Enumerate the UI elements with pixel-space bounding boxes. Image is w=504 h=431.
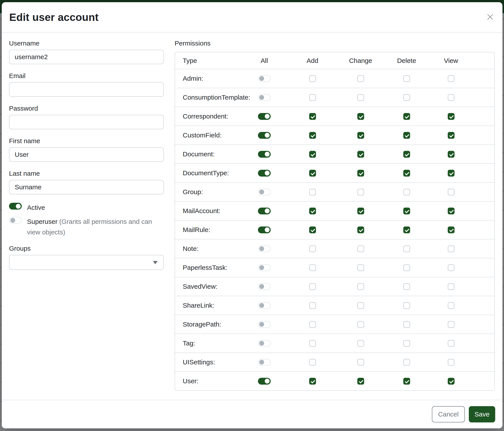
permission-delete-checkbox[interactable] bbox=[403, 207, 410, 214]
superuser-toggle[interactable] bbox=[9, 217, 22, 224]
edit-user-dialog: Edit user account Username Email bbox=[2, 2, 503, 428]
permission-delete-checkbox[interactable] bbox=[403, 340, 410, 347]
permission-add-checkbox[interactable] bbox=[309, 132, 316, 139]
permission-view-checkbox[interactable] bbox=[448, 226, 455, 233]
permission-add-checkbox[interactable] bbox=[309, 226, 316, 233]
active-toggle[interactable] bbox=[9, 203, 22, 210]
permission-all-toggle[interactable] bbox=[258, 226, 271, 233]
permission-change-checkbox[interactable] bbox=[357, 226, 364, 233]
permission-change-checkbox[interactable] bbox=[357, 321, 364, 328]
permission-view-checkbox[interactable] bbox=[448, 264, 455, 271]
permission-delete-checkbox[interactable] bbox=[403, 151, 410, 158]
permission-all-toggle[interactable] bbox=[258, 170, 271, 177]
permission-view-checkbox[interactable] bbox=[448, 170, 455, 177]
permission-view-checkbox[interactable] bbox=[448, 94, 455, 101]
permission-add-checkbox[interactable] bbox=[309, 94, 316, 101]
permission-all-toggle[interactable] bbox=[258, 340, 271, 347]
permission-add-checkbox[interactable] bbox=[309, 321, 316, 328]
permission-delete-checkbox[interactable] bbox=[403, 113, 410, 120]
permission-change-checkbox[interactable] bbox=[357, 264, 364, 271]
password-group: Password bbox=[9, 105, 164, 129]
permission-add-checkbox[interactable] bbox=[309, 359, 316, 366]
permission-view-checkbox[interactable] bbox=[448, 340, 455, 347]
permission-change-checkbox[interactable] bbox=[357, 75, 364, 82]
permission-view-checkbox[interactable] bbox=[448, 245, 455, 252]
permission-delete-checkbox[interactable] bbox=[403, 321, 410, 328]
permission-delete-checkbox[interactable] bbox=[403, 359, 410, 366]
permission-view-checkbox[interactable] bbox=[448, 283, 455, 290]
permission-add-checkbox[interactable] bbox=[309, 245, 316, 252]
permission-all-toggle[interactable] bbox=[258, 321, 271, 328]
permission-all-toggle[interactable] bbox=[258, 113, 271, 120]
permission-change-checkbox[interactable] bbox=[357, 302, 364, 309]
permission-all-toggle[interactable] bbox=[258, 75, 271, 82]
permission-all-toggle[interactable] bbox=[258, 94, 271, 101]
cancel-button[interactable]: Cancel bbox=[432, 406, 465, 422]
permission-all-toggle[interactable] bbox=[258, 359, 271, 366]
permission-view-checkbox[interactable] bbox=[448, 113, 455, 120]
permission-add-checkbox[interactable] bbox=[309, 283, 316, 290]
permission-add-checkbox[interactable] bbox=[309, 264, 316, 271]
permission-delete-checkbox[interactable] bbox=[403, 94, 410, 101]
close-button[interactable] bbox=[485, 12, 495, 22]
permission-delete-checkbox[interactable] bbox=[403, 378, 410, 385]
permission-all-toggle[interactable] bbox=[258, 189, 271, 196]
permission-all-toggle[interactable] bbox=[258, 264, 271, 271]
permission-change-checkbox[interactable] bbox=[357, 132, 364, 139]
permission-add-checkbox[interactable] bbox=[309, 302, 316, 309]
permission-change-checkbox[interactable] bbox=[357, 189, 364, 196]
permission-all-toggle[interactable] bbox=[258, 207, 271, 214]
permission-view-checkbox[interactable] bbox=[448, 302, 455, 309]
permission-add-checkbox[interactable] bbox=[309, 207, 316, 214]
last-name-input[interactable] bbox=[9, 180, 164, 194]
permission-change-checkbox[interactable] bbox=[357, 170, 364, 177]
password-input[interactable] bbox=[9, 115, 164, 129]
permission-delete-checkbox[interactable] bbox=[403, 245, 410, 252]
permission-all-toggle[interactable] bbox=[258, 245, 271, 252]
first-name-input[interactable] bbox=[9, 147, 164, 162]
permission-type-label: ConsumptionTemplate: bbox=[175, 94, 241, 101]
permission-all-toggle[interactable] bbox=[258, 302, 271, 309]
permission-view-checkbox[interactable] bbox=[448, 359, 455, 366]
permission-view-checkbox[interactable] bbox=[448, 321, 455, 328]
permission-delete-checkbox[interactable] bbox=[403, 75, 410, 82]
permission-add-checkbox[interactable] bbox=[309, 75, 316, 82]
permission-add-checkbox[interactable] bbox=[309, 151, 316, 158]
permission-change-checkbox[interactable] bbox=[357, 378, 364, 385]
permission-view-checkbox[interactable] bbox=[448, 75, 455, 82]
permission-view-checkbox[interactable] bbox=[448, 132, 455, 139]
permission-add-checkbox[interactable] bbox=[309, 113, 316, 120]
groups-select[interactable] bbox=[9, 255, 164, 270]
permission-delete-checkbox[interactable] bbox=[403, 189, 410, 196]
permission-delete-checkbox[interactable] bbox=[403, 170, 410, 177]
permission-view-checkbox[interactable] bbox=[448, 151, 455, 158]
permission-change-checkbox[interactable] bbox=[357, 340, 364, 347]
permission-change-checkbox[interactable] bbox=[357, 245, 364, 252]
permission-view-checkbox[interactable] bbox=[448, 207, 455, 214]
permission-change-checkbox[interactable] bbox=[357, 359, 364, 366]
email-input[interactable] bbox=[9, 82, 164, 97]
permission-delete-checkbox[interactable] bbox=[403, 264, 410, 271]
permission-add-checkbox[interactable] bbox=[309, 170, 316, 177]
permission-delete-checkbox[interactable] bbox=[403, 302, 410, 309]
permission-change-checkbox[interactable] bbox=[357, 113, 364, 120]
permission-all-toggle[interactable] bbox=[258, 151, 271, 158]
permission-view-checkbox[interactable] bbox=[448, 189, 455, 196]
permission-delete-checkbox[interactable] bbox=[403, 283, 410, 290]
permission-change-checkbox[interactable] bbox=[357, 207, 364, 214]
permission-delete-checkbox[interactable] bbox=[403, 132, 410, 139]
username-input[interactable] bbox=[9, 50, 164, 64]
permission-all-toggle[interactable] bbox=[258, 283, 271, 290]
permission-delete-checkbox[interactable] bbox=[403, 226, 410, 233]
permission-all-toggle[interactable] bbox=[258, 132, 271, 139]
permission-add-checkbox[interactable] bbox=[309, 340, 316, 347]
permission-row: StoragePath: bbox=[175, 315, 494, 333]
permission-add-checkbox[interactable] bbox=[309, 189, 316, 196]
permission-all-toggle[interactable] bbox=[258, 378, 271, 385]
permission-change-checkbox[interactable] bbox=[357, 94, 364, 101]
permission-change-checkbox[interactable] bbox=[357, 151, 364, 158]
permission-change-checkbox[interactable] bbox=[357, 283, 364, 290]
permission-view-checkbox[interactable] bbox=[448, 378, 455, 385]
save-button[interactable]: Save bbox=[469, 406, 495, 422]
permission-add-checkbox[interactable] bbox=[309, 378, 316, 385]
